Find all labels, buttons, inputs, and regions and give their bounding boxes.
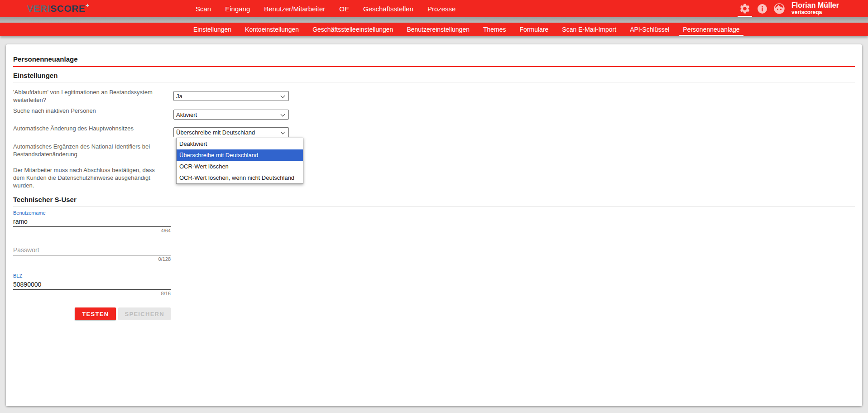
passwort-field-group: 0/128 (13, 245, 171, 262)
gear-icon (739, 3, 751, 14)
info-icon (757, 3, 768, 14)
logo-text-veri: VERI (27, 3, 50, 14)
logo-plus: + (86, 2, 90, 9)
chevron-down-icon (281, 112, 285, 117)
chevron-down-icon (281, 94, 285, 98)
setting-row-national-identifier: Automatisches Ergänzen des National-Iden… (13, 143, 855, 158)
info-button[interactable] (753, 0, 771, 17)
select-value: Überschreibe mit Deutschland (176, 129, 255, 136)
section-einstellungen-heading: Einstellungen (13, 72, 855, 79)
veriscore-logo[interactable]: VERISCORE+ (27, 0, 90, 17)
topnav-item-eingang[interactable]: Eingang (225, 5, 250, 13)
benutzername-input[interactable] (13, 216, 171, 227)
blz-counter: 8/16 (13, 291, 171, 297)
setting-label: Suche nach inaktiven Personen (13, 107, 173, 115)
suser-buttons: TESTEN SPEICHERN (13, 307, 171, 320)
select-hauptwohnsitz[interactable]: Überschreibe mit Deutschland (173, 127, 289, 137)
select-value: Aktiviert (176, 111, 197, 118)
dropdown-option-ocr-loeschen[interactable]: OCR-Wert löschen (177, 161, 303, 172)
section-divider (13, 82, 855, 82)
setting-label: Automatisches Ergänzen des National-Iden… (13, 143, 173, 158)
benutzername-counter: 4/64 (13, 228, 171, 234)
benutzername-field-group: Benutzername 4/64 (13, 210, 171, 234)
select-ablaufdatum[interactable]: Ja (173, 91, 289, 101)
section-suser-heading: Technischer S-User (13, 196, 855, 203)
dropdown-option-ueberschreibe[interactable]: Überschreibe mit Deutschland (177, 149, 303, 161)
setting-label: Der Mitarbeiter muss nach Abschluss best… (13, 166, 173, 189)
dropdown-option-ocr-loeschen-nicht-deutschland[interactable]: OCR-Wert löschen, wenn nicht Deutschland (177, 172, 303, 183)
subnav-item-einstellungen[interactable]: Einstellungen (190, 23, 235, 36)
benutzername-label: Benutzername (13, 210, 171, 216)
subnav-item-personenneuanlage[interactable]: Personenneuanlage (679, 23, 743, 36)
settings-subnav: Einstellungen Kontoeinstellungen Geschäf… (0, 23, 868, 36)
settings-form: 'Ablaufdatum' von Legitimationen an Best… (13, 88, 855, 189)
blz-field-group: BLZ 8/16 (13, 273, 171, 297)
logo-text-score: SCORE (50, 3, 85, 14)
subnav-item-api-schluessel[interactable]: API-Schlüssel (626, 23, 673, 36)
suser-form: Benutzername 4/64 0/128 BLZ 8/16 TESTEN … (13, 210, 171, 320)
select-inaktive-personen[interactable]: Aktiviert (173, 110, 289, 120)
top-app-bar: VERISCORE+ Scan Eingang Benutzer/Mitarbe… (0, 0, 868, 17)
setting-row-hauptwohnsitz: Automatische Änderung des Hauptwohnsitze… (13, 125, 855, 137)
dropdown-option-deaktiviert[interactable]: Deaktiviert (177, 138, 303, 149)
user-meta[interactable]: Florian Müller veriscoreqa (791, 2, 839, 15)
setting-label: Automatische Änderung des Hauptwohnsitze… (13, 125, 173, 132)
topnav-item-scan[interactable]: Scan (196, 5, 211, 13)
subnav-item-geschaeftsstelleeinstellungen[interactable]: Geschäftsstelleeinstellungen (309, 23, 397, 36)
setting-row-inaktive-personen: Suche nach inaktiven Personen Aktiviert (13, 107, 855, 120)
subnav-item-formulare[interactable]: Formulare (516, 23, 552, 36)
app-root: VERISCORE+ Scan Eingang Benutzer/Mitarbe… (0, 0, 868, 406)
blz-input[interactable] (13, 279, 171, 290)
select-value: Ja (176, 93, 182, 100)
passwort-input[interactable] (13, 245, 171, 255)
subnav-item-scan-email-import[interactable]: Scan E-Mail-Import (558, 23, 620, 36)
testen-button[interactable]: TESTEN (75, 307, 116, 320)
topnav-item-prozesse[interactable]: Prozesse (427, 5, 456, 13)
passwort-counter: 0/128 (13, 256, 171, 262)
setting-row-datenschutzhinweise: Der Mitarbeiter muss nach Abschluss best… (13, 166, 855, 189)
user-name: Florian Müller (791, 2, 839, 10)
title-rule (13, 66, 855, 67)
user-account: veriscoreqa (791, 10, 839, 15)
primary-nav: Scan Eingang Benutzer/Mitarbeiter OE Ges… (196, 0, 456, 17)
subnav-item-benutzereinstellungen[interactable]: Benutzereinstellungen (403, 23, 473, 36)
blz-label: BLZ (13, 273, 171, 279)
settings-subnav-items: Einstellungen Kontoeinstellungen Geschäf… (187, 23, 747, 36)
settings-gear-button[interactable] (736, 0, 753, 17)
topnav-item-benutzer-mitarbeiter[interactable]: Benutzer/Mitarbeiter (264, 5, 325, 13)
subnav-item-kontoeinstellungen[interactable]: Kontoeinstellungen (241, 23, 302, 36)
face-icon (773, 2, 786, 15)
topbar-actions: Florian Müller veriscoreqa (736, 0, 839, 17)
avatar[interactable] (771, 0, 788, 17)
topbar-shadow-gap (0, 17, 868, 23)
section-divider (13, 206, 855, 206)
setting-row-ablaufdatum: 'Ablaufdatum' von Legitimationen an Best… (13, 88, 855, 104)
subnav-item-themes[interactable]: Themes (480, 23, 510, 36)
topnav-item-geschaeftsstellen[interactable]: Geschäftsstellen (363, 5, 413, 13)
chevron-down-icon (281, 130, 285, 134)
content-card: Personenneuanlage Einstellungen 'Ablaufd… (6, 44, 862, 406)
setting-label: 'Ablaufdatum' von Legitimationen an Best… (13, 88, 173, 104)
speichern-button[interactable]: SPEICHERN (118, 307, 171, 320)
topnav-item-oe[interactable]: OE (339, 5, 349, 13)
dropdown-menu: Deaktiviert Überschreibe mit Deutschland… (176, 138, 303, 184)
page-title: Personenneuanlage (13, 55, 855, 63)
